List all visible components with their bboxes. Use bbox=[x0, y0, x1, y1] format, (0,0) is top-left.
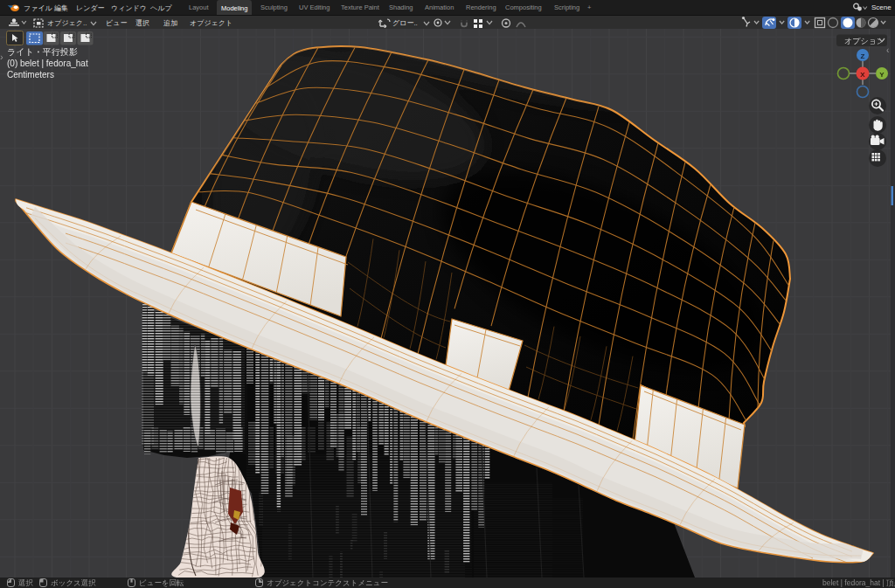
svg-text:ライト・平行投影: ライト・平行投影 bbox=[7, 47, 78, 57]
svg-text:X: X bbox=[860, 71, 865, 79]
svg-text:Y: Y bbox=[879, 71, 885, 79]
svg-text:オプション: オプション bbox=[844, 37, 885, 45]
svg-text:›: › bbox=[0, 52, 3, 62]
svg-text:Z: Z bbox=[861, 52, 865, 60]
svg-text:‹: ‹ bbox=[886, 45, 889, 55]
svg-text:Centimeters: Centimeters bbox=[7, 70, 54, 80]
svg-text:(0) belet | fedora_hat: (0) belet | fedora_hat bbox=[7, 59, 88, 68]
